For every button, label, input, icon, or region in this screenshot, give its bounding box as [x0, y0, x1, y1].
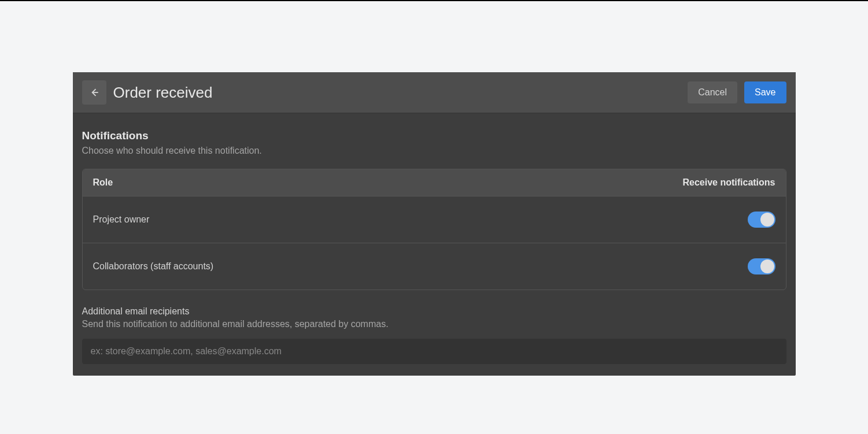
panel-header: Order received Cancel Save	[73, 72, 796, 113]
table-row: Collaborators (staff accounts)	[83, 243, 786, 290]
additional-recipients-description: Send this notification to additional ema…	[82, 319, 786, 329]
role-table: Role Receive notifications Project owner…	[82, 169, 786, 290]
role-table-header: Role Receive notifications	[83, 169, 786, 196]
settings-panel: Order received Cancel Save Notifications…	[73, 72, 796, 376]
additional-emails-input[interactable]	[82, 339, 786, 364]
additional-recipients-section: Additional email recipients Send this no…	[82, 306, 786, 364]
panel-body: Notifications Choose who should receive …	[73, 113, 796, 376]
cancel-button[interactable]: Cancel	[688, 81, 737, 103]
role-label: Collaborators (staff accounts)	[93, 261, 748, 272]
toggle-knob	[760, 259, 774, 273]
page-title: Order received	[113, 84, 688, 102]
toggle-project-owner[interactable]	[748, 212, 775, 228]
receive-column-header: Receive notifications	[682, 177, 775, 188]
role-column-header: Role	[93, 177, 683, 188]
notifications-title: Notifications	[82, 129, 786, 142]
toggle-collaborators[interactable]	[748, 258, 775, 275]
role-label: Project owner	[93, 214, 748, 225]
additional-recipients-title: Additional email recipients	[82, 306, 786, 317]
notifications-description: Choose who should receive this notificat…	[82, 146, 786, 156]
toggle-knob	[760, 213, 774, 227]
arrow-left-icon	[88, 87, 100, 98]
table-row: Project owner	[83, 196, 786, 243]
back-button[interactable]	[82, 80, 106, 105]
save-button[interactable]: Save	[744, 81, 786, 103]
